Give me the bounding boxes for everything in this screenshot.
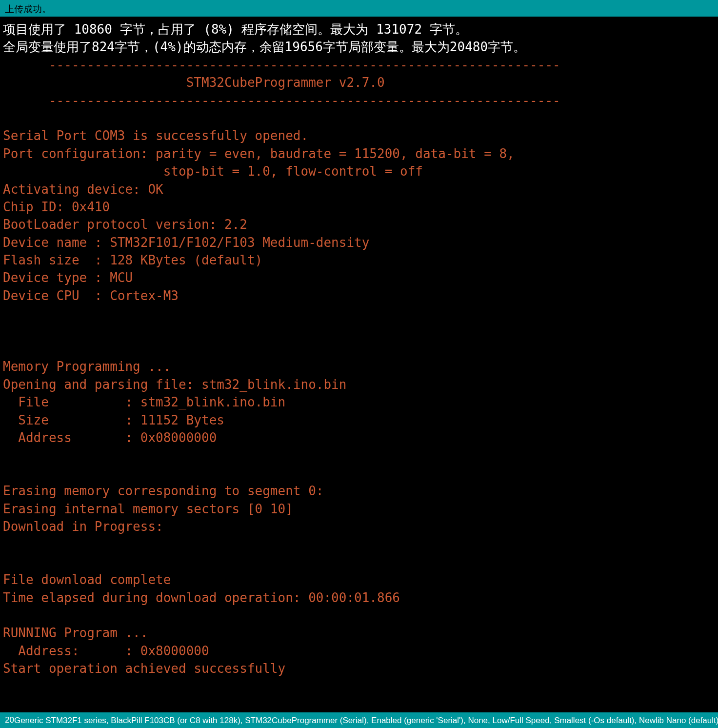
opening-file: Opening and parsing file: stm32_blink.in… (3, 376, 715, 393)
port-config-2: stop-bit = 1.0, flow-control = off (3, 162, 715, 180)
file-address: Address : 0x08000000 (3, 429, 715, 446)
blank-line (3, 304, 715, 322)
download-complete: File download complete (3, 571, 715, 588)
device-name: Device name : STM32F101/F102/F103 Medium… (3, 234, 715, 251)
blank-line (3, 535, 715, 553)
global-vars-line: 全局变量使用了824字节，(4%)的动态内存，余留19656字节局部变量。最大为… (3, 38, 715, 56)
board-config: Generic STM32F1 series, BlackPill F103CB… (14, 715, 718, 726)
erase-segment: Erasing memory corresponding to segment … (3, 482, 715, 500)
run-address: Address: : 0x8000000 (3, 642, 715, 660)
blank-line (3, 109, 715, 127)
blank-line (3, 446, 715, 464)
programmer-title: STM32CubeProgrammer v2.7.0 (3, 74, 715, 91)
separator-bottom: ----------------------------------------… (3, 92, 715, 109)
chip-id: Chip ID: 0x410 (3, 198, 715, 216)
erase-sectors: Erasing internal memory sectors [0 10] (3, 500, 715, 518)
start-success: Start operation achieved successfully (3, 660, 715, 677)
device-cpu: Device CPU : Cortex-M3 (3, 287, 715, 304)
serial-port-opened: Serial Port COM3 is successfully opened. (3, 127, 715, 144)
bootloader-version: BootLoader protocol version: 2.2 (3, 216, 715, 233)
console-output[interactable]: 项目使用了 10860 字节，占用了 (8%) 程序存储空间。最大为 13107… (0, 17, 718, 712)
flash-size: Flash size : 128 KBytes (default) (3, 251, 715, 269)
file-name: File : stm32_blink.ino.bin (3, 393, 715, 411)
port-config-1: Port configuration: parity = even, baudr… (3, 145, 715, 162)
time-elapsed: Time elapsed during download operation: … (3, 589, 715, 607)
blank-line (3, 340, 715, 358)
blank-line (3, 465, 715, 482)
status-header: 上传成功。 (0, 0, 718, 17)
activating-device: Activating device: OK (3, 181, 715, 198)
sketch-size-line: 项目使用了 10860 字节，占用了 (8%) 程序存储空间。最大为 13107… (3, 20, 715, 38)
memory-programming: Memory Programming ... (3, 358, 715, 375)
file-size: Size : 11152 Bytes (3, 411, 715, 429)
blank-line (3, 323, 715, 340)
upload-status-text: 上传成功。 (5, 4, 51, 14)
separator-top: ----------------------------------------… (3, 56, 715, 74)
device-type: Device type : MCU (3, 269, 715, 286)
blank-line (3, 607, 715, 624)
blank-line (3, 553, 715, 571)
status-footer: 20 Generic STM32F1 series, BlackPill F10… (0, 712, 718, 728)
running-program: RUNNING Program ... (3, 624, 715, 642)
line-number: 20 (5, 715, 14, 725)
download-progress: Download in Progress: (3, 518, 715, 535)
